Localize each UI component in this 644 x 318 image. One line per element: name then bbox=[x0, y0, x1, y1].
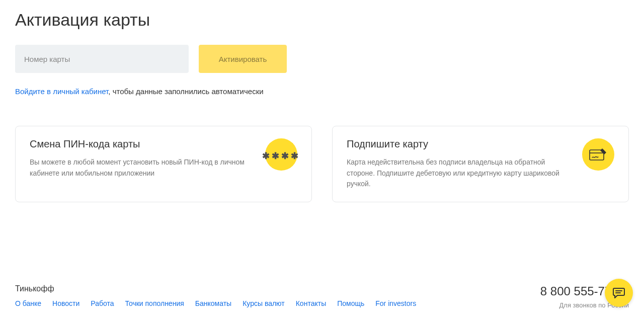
chat-button[interactable] bbox=[605, 279, 633, 307]
footer-links: О банке Новости Работа Точки пополнения … bbox=[15, 299, 416, 307]
footer-link-work[interactable]: Работа bbox=[91, 299, 114, 307]
sign-card-icon bbox=[582, 138, 614, 171]
login-hint-rest: , чтобы данные заполнились автоматически bbox=[108, 87, 263, 96]
pin-stars-icon: ✱✱✱✱ bbox=[265, 138, 297, 171]
info-card-pin-title: Смена ПИН-кода карты bbox=[30, 138, 257, 150]
page-title: Активация карты bbox=[15, 10, 629, 30]
footer-brand: Тинькофф bbox=[15, 284, 416, 293]
login-hint: Войдите в личный кабинет, чтобы данные з… bbox=[15, 87, 629, 96]
footer-link-topup[interactable]: Точки пополнения bbox=[125, 299, 184, 307]
footer-link-about[interactable]: О банке bbox=[15, 299, 41, 307]
info-card-pin-desc: Вы можете в любой момент установить новы… bbox=[30, 157, 257, 179]
card-number-input[interactable] bbox=[15, 45, 189, 73]
info-card-sign-title: Подпишите карту bbox=[347, 138, 574, 150]
info-card-sign-desc: Карта недействительна без подписи владел… bbox=[347, 157, 574, 190]
footer-link-news[interactable]: Новости bbox=[52, 299, 79, 307]
footer-link-investors[interactable]: For investors bbox=[375, 299, 416, 307]
login-link[interactable]: Войдите в личный кабинет bbox=[15, 87, 108, 96]
footer: Тинькофф О банке Новости Работа Точки по… bbox=[15, 284, 629, 309]
info-card-sign: Подпишите карту Карта недействительна бе… bbox=[332, 126, 629, 202]
footer-link-atm[interactable]: Банкоматы bbox=[195, 299, 231, 307]
info-card-pin: Смена ПИН-кода карты Вы можете в любой м… bbox=[15, 126, 312, 202]
activate-button[interactable]: Активировать bbox=[199, 45, 287, 73]
activation-form: Активировать bbox=[15, 45, 629, 73]
footer-link-rates[interactable]: Курсы валют bbox=[243, 299, 285, 307]
info-cards-row: Смена ПИН-кода карты Вы можете в любой м… bbox=[15, 126, 629, 202]
footer-link-help[interactable]: Помощь bbox=[337, 299, 364, 307]
chat-icon bbox=[612, 286, 625, 299]
footer-link-contacts[interactable]: Контакты bbox=[296, 299, 326, 307]
